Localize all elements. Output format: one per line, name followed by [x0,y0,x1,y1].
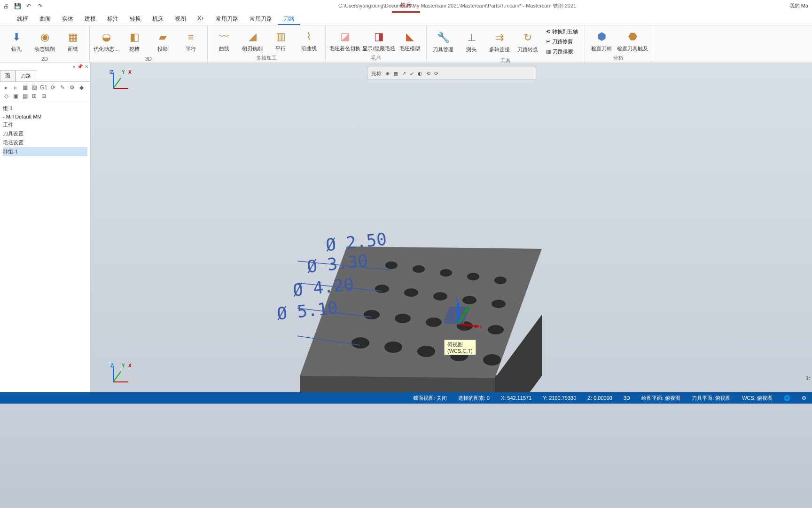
pt-icon-4[interactable]: ▧ [30,84,39,91]
panel-tab-toolpath[interactable]: 刀路 [16,70,36,81]
pt-icon-11[interactable]: ▣ [11,92,20,100]
pt-icon-3[interactable]: ▦ [21,84,29,91]
tree-item-selected[interactable]: 群组-1 [3,147,87,156]
check-reach-icon: ⬣ [625,29,640,44]
save-icon[interactable]: 💾 [13,2,22,10]
stack-trim[interactable]: ✂刀路修剪 [543,37,581,46]
status-3d[interactable]: 3D [624,395,630,401]
svg-point-22 [426,318,442,327]
ribbon-btn-convert[interactable]: ↻ 刀路转换 [515,27,540,56]
ribbon-group-stock: ◪ 毛坯着色切换 ◨ 显示/隐藏毛坯 ◣ 毛坯模型 毛坯 [326,25,427,63]
ribbon-btn-opti-dynamic[interactable]: ◒ 优化动态... [94,27,119,55]
ribbon-btn-check-holder[interactable]: ⬢ 检查刀柄 [589,27,614,54]
ribbon-btn-dynamic-mill[interactable]: ◉ 动态铣削 [32,27,57,55]
undo-icon[interactable]: ↶ [24,2,33,10]
pt-icon-5[interactable]: G1 [39,84,48,91]
tree-item[interactable]: 组-1 [3,104,87,113]
convert-icon: ↻ [520,30,535,45]
svg-point-18 [462,296,476,304]
print-icon[interactable]: 🖨 [2,2,10,10]
group-title-2d: 2D [4,55,86,63]
status-cplane[interactable]: 绘图平面: 俯视图 [641,395,680,402]
viewport-floating-toolbar[interactable]: 光标 ⊕ ▦ ↗ ↙ ◐ ⟲ ⟳ [367,67,536,80]
ribbon-btn-project[interactable]: ▰ 投影 [150,27,175,55]
panel-close-icon[interactable]: ✕ [85,64,88,69]
ribbon-group-analysis: ⬢ 检查刀柄 ⬣ 检查刀具触及 分析 [585,25,652,63]
ribbon-btn-stock-toggle[interactable]: ◨ 显示/隐藏毛坯 [363,27,394,54]
ribbon-btn-check-reach[interactable]: ⬣ 检查刀具触及 [617,27,648,54]
pt-icon-1[interactable]: ▸ [2,84,10,91]
vp-tool-icon[interactable]: ⟲ [426,71,430,77]
vp-tool-icon[interactable]: ⊕ [385,71,390,77]
pt-icon-14[interactable]: ⊟ [39,92,48,100]
vp-tool-icon[interactable]: ↙ [410,71,414,77]
menu-item-machine[interactable]: 机床 [147,12,169,25]
ribbon-btn-stock-model[interactable]: ◣ 毛坯模型 [397,27,422,54]
nest-icon: ▥ [546,48,551,55]
viewport-3d[interactable]: Z Y X C Z Y X 光标 ⊕ ▦ ↗ ↙ ◐ ⟲ ⟳ [91,63,812,392]
status-section-view[interactable]: 截面视图: 关闭 [413,395,447,402]
svg-point-16 [404,288,418,297]
ribbon-btn-probe[interactable]: ⊥ 测头 [459,27,484,56]
menu-item-wireframe[interactable]: 线框 [11,12,34,25]
pt-icon-6[interactable]: ⟳ [49,84,57,91]
vp-tool-icon[interactable]: ↗ [402,71,406,77]
menu-item-commontool2[interactable]: 常用刀路 [244,12,278,25]
menu-item-model[interactable]: 建模 [79,12,102,25]
pt-icon-12[interactable]: ▤ [21,92,29,100]
pt-icon-2[interactable]: ▹ [11,84,20,91]
ribbon-btn-swarf[interactable]: ◢ 侧刃铣削 [240,27,265,54]
ribbon-btn-face-mill[interactable]: ▦ 面铣 [60,27,86,55]
zoom-bar[interactable]: 1: [806,375,810,381]
menu-item-surface[interactable]: 曲面 [34,12,56,25]
tree-item[interactable]: - Mill Default MM [3,113,87,120]
vp-tool-icon[interactable]: ▦ [393,71,398,77]
stack-convert-5axis[interactable]: ⟲转换到五轴 [543,27,581,36]
ribbon-btn-tool-mgr[interactable]: 🔧 刀具管理 [430,27,456,56]
ribbon-btn-stock-shade[interactable]: ◪ 毛坯着色切换 [329,27,360,54]
opti-dynamic-icon: ◒ [99,30,114,45]
ribbon-btn-multiaxis-link[interactable]: ⇉ 多轴连接 [487,27,512,56]
vp-tool-icon[interactable]: ⟳ [434,71,438,77]
panel-dropdown-icon[interactable]: ▾ [73,64,75,69]
svg-point-26 [384,341,402,353]
ribbon-group-2d: ⬇ 钻孔 ◉ 动态铣削 ▦ 面铣 2D [0,25,90,63]
ribbon-btn-drill[interactable]: ⬇ 钻孔 [4,27,29,55]
panel-pin-icon[interactable]: 📌 [77,64,83,69]
svg-point-27 [417,346,435,357]
status-tplane[interactable]: 刀具平面: 俯视图 [692,395,731,402]
redo-icon[interactable]: ↷ [36,2,44,10]
ribbon-btn-curve[interactable]: 〰 曲线 [211,27,237,54]
menu-item-view[interactable]: 视图 [169,12,192,25]
status-gear-icon[interactable]: ⚙ [802,395,806,401]
menu-item-commontool1[interactable]: 常用刀路 [210,12,244,25]
probe-icon: ⊥ [464,30,479,45]
status-globe-icon[interactable]: 🌐 [784,395,790,401]
group-title-stock: 毛坯 [329,54,422,63]
menu-item-transform[interactable]: 转换 [124,12,147,25]
ribbon-btn-pocket[interactable]: ◧ 挖槽 [122,27,147,55]
menu-item-annotate[interactable]: 标注 [102,12,124,25]
pt-icon-13[interactable]: ⊞ [30,92,39,100]
pt-icon-10[interactable]: ◇ [2,92,10,100]
ribbon-btn-parallel-ma[interactable]: ▥ 平行 [268,27,293,54]
pt-icon-9[interactable]: ◆ [77,84,86,91]
tree-item[interactable]: 刀具设置 [3,129,87,138]
menu-item-solid[interactable]: 实体 [56,12,79,25]
operations-tree[interactable]: 组-1 - Mill Default MM 工件 刀具设置 毛坯设置 群组-1 [0,102,90,158]
ribbon-btn-alongcurve[interactable]: ⌇ 沿曲线 [296,27,321,54]
tree-item[interactable]: 毛坯设置 [3,138,87,147]
menu-item-0[interactable] [0,12,11,25]
svg-line-5 [113,372,121,382]
panel-tab-face[interactable]: 面 [0,70,16,81]
pt-icon-8[interactable]: ⚙ [68,84,76,91]
menu-item-toolpath[interactable]: 刀路 [278,12,300,25]
menu-item-xplus[interactable]: X+ [192,12,210,25]
status-wcs[interactable]: WCS: 俯视图 [742,395,773,402]
svg-point-21 [395,314,411,323]
ribbon-btn-parallel[interactable]: ≡ 平行 [178,27,203,55]
tree-item[interactable]: 工件 [3,120,87,129]
pt-icon-7[interactable]: ✎ [58,84,67,91]
stack-nest[interactable]: ▥刀路排版 [543,47,581,56]
vp-tool-icon[interactable]: ◐ [418,71,422,77]
